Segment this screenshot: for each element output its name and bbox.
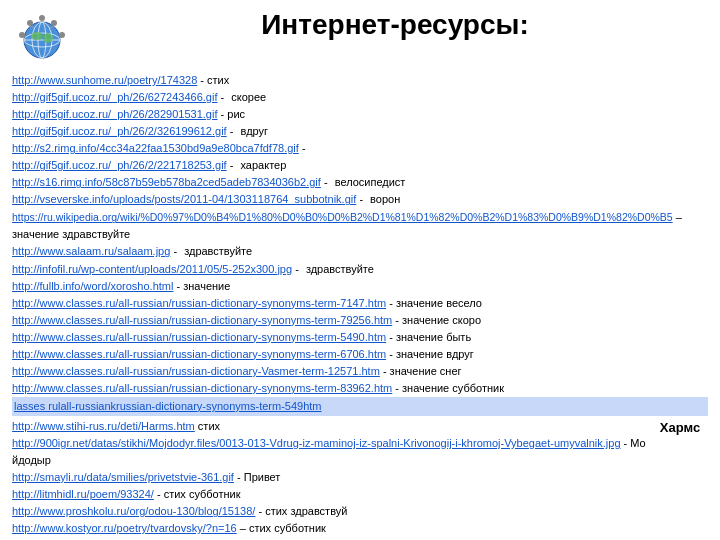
link-gif4[interactable]: http://gif5gif.ucoz.ru/_ph/26/2/22171825… [12,159,227,171]
globe-icon [12,8,72,68]
link-infofil[interactable]: http://infofil.ru/wp-content/uploads/201… [12,263,292,275]
content-area: http://www.sunhome.ru/poetry/174328 - ст… [12,72,708,540]
highlighted-row: lasses rulall-russiankrussian-dictionary… [12,397,708,416]
top-links-block: http://www.sunhome.ru/poetry/174328 - ст… [12,72,708,208]
link-wikipedia[interactable]: https://ru.wikipedia.org/wiki/%D0%97%D0%… [12,211,673,223]
link-smayli[interactable]: http://smayli.ru/data/smilies/privetstvi… [12,471,234,483]
link-s2rimg[interactable]: http://s2.rimg.info/4cc34a22faa1530bd9a9… [12,142,299,154]
link-vseverske[interactable]: http://vseverske.info/uploads/posts/2011… [12,193,356,205]
link-classes-79256[interactable]: http://www.classes.ru/all-russian/russia… [12,314,392,326]
link-classes-6706[interactable]: http://www.classes.ru/all-russian/russia… [12,348,386,360]
classes-7147-row: http://www.classes.ru/all-russian/russia… [12,295,708,312]
svg-point-6 [43,33,53,43]
classes-5490-row: http://www.classes.ru/all-russian/russia… [12,329,708,346]
classes-83962-row: http://www.classes.ru/all-russian/russia… [12,380,708,397]
link-classes-7147[interactable]: http://www.classes.ru/all-russian/russia… [12,297,386,309]
fullb-row: http://fullb.info/word/xorosho.html - зн… [12,278,708,295]
link-gif2[interactable]: http://gif5gif.ucoz.ru/_ph/26/282901531.… [12,108,218,120]
link-fullb[interactable]: http://fullb.info/word/xorosho.html [12,280,173,292]
page-container: Интернет-ресурсы: http://www.sunhome.ru/… [0,0,720,540]
classes-79256-row: http://www.classes.ru/all-russian/russia… [12,312,708,329]
kostyor-row: http://www.kostyor.ru/poetry/tvardovsky/… [12,520,648,537]
bottom-section: http://www.stihi-rus.ru/deti/Harms.htm с… [12,418,708,540]
link-gif3[interactable]: http://gif5gif.ucoz.ru/_ph/26/2/32619961… [12,125,227,137]
svg-point-8 [51,20,57,26]
svg-point-9 [27,20,33,26]
link-kostyor[interactable]: http://www.kostyor.ru/poetry/tvardovsky/… [12,522,237,534]
link-s16rimg[interactable]: http://s16.rimg.info/58c87b59eb578ba2ced… [12,176,321,188]
link-salaam[interactable]: http://www.salaam.ru/salaam.jpg [12,245,170,257]
link-900igr[interactable]: http://900igr.net/datas/stikhi/Mojdodyr.… [12,437,621,449]
smayli-row: http://smayli.ru/data/smilies/privetstvi… [12,469,648,486]
svg-point-7 [39,15,45,21]
proshkolu-row: http://www.proshkolu.ru/org/odou-130/blo… [12,503,648,520]
classes-6706-row: http://www.classes.ru/all-russian/russia… [12,346,708,363]
link-classes-549[interactable]: lasses rulall-russiankrussian-dictionary… [14,400,321,412]
salaam-row: http://www.salaam.ru/salaam.jpg - здравс… [12,243,708,260]
title-block: Интернет-ресурсы: [82,8,708,42]
svg-point-11 [19,32,25,38]
link-sunhome[interactable]: http://www.sunhome.ru/poetry/174328 [12,74,197,86]
litmhidl-row: http://litmhidl.ru/poem/93324/ - стих су… [12,486,648,503]
main-title: Интернет-ресурсы: [82,8,708,42]
link-classes-vasmer[interactable]: http://www.classes.ru/all-russian/russia… [12,365,380,377]
bottom-left: http://www.stihi-rus.ru/deti/Harms.htm с… [12,418,648,540]
wiki-link-row: https://ru.wikipedia.org/wiki/%D0%97%D0%… [12,209,708,243]
900igr-row: http://900igr.net/datas/stikhi/Mojdodyr.… [12,435,648,469]
harms-label-area: Хармс [648,418,708,438]
harms-label: Хармс [660,420,700,435]
svg-point-5 [31,32,43,40]
header-area: Интернет-ресурсы: [12,8,708,68]
infofil-row: http://infofil.ru/wp-content/uploads/201… [12,261,708,278]
classes-vasmer-row: http://www.classes.ru/all-russian/russia… [12,363,708,380]
link-classes-5490[interactable]: http://www.classes.ru/all-russian/russia… [12,331,386,343]
svg-point-10 [59,32,65,38]
link-litmhidl[interactable]: http://litmhidl.ru/poem/93324/ [12,488,154,500]
link-gif1[interactable]: http://gif5gif.ucoz.ru/_ph/26/627243466.… [12,91,218,103]
link-stihi-harms[interactable]: http://www.stihi-rus.ru/deti/Harms.htm [12,420,195,432]
link-proshkolu[interactable]: http://www.proshkolu.ru/org/odou-130/blo… [12,505,255,517]
stihi-harms-row: http://www.stihi-rus.ru/deti/Harms.htm с… [12,418,648,435]
link-classes-83962[interactable]: http://www.classes.ru/all-russian/russia… [12,382,392,394]
